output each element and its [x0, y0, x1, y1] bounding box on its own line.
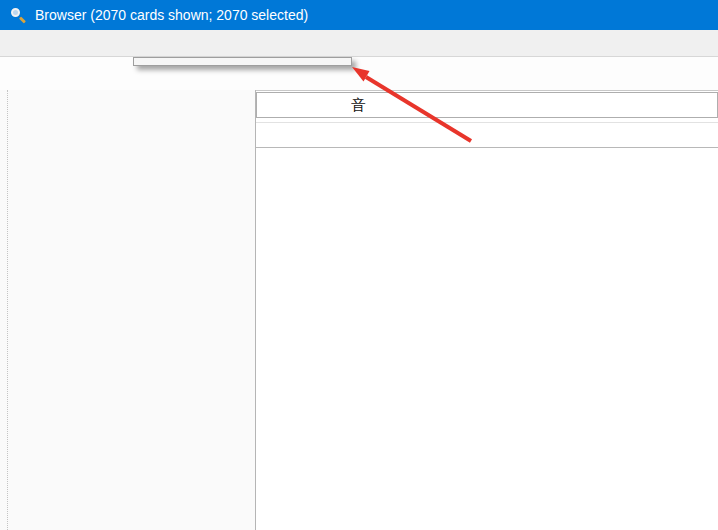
magnifier-icon — [11, 7, 27, 23]
search-input[interactable] — [256, 92, 718, 118]
menu-bar — [0, 30, 718, 57]
sidebar — [0, 90, 256, 530]
window-title: Browser (2070 cards shown; 2070 selected… — [35, 7, 308, 23]
fastwq-dropdown-menu — [133, 57, 352, 66]
card-table — [256, 148, 718, 530]
title-bar: Browser (2070 cards shown; 2070 selected… — [0, 0, 718, 30]
tree-guide-line — [7, 90, 8, 530]
table-header — [256, 122, 718, 148]
browser-toolbar — [0, 57, 718, 91]
search-bar — [256, 92, 718, 120]
